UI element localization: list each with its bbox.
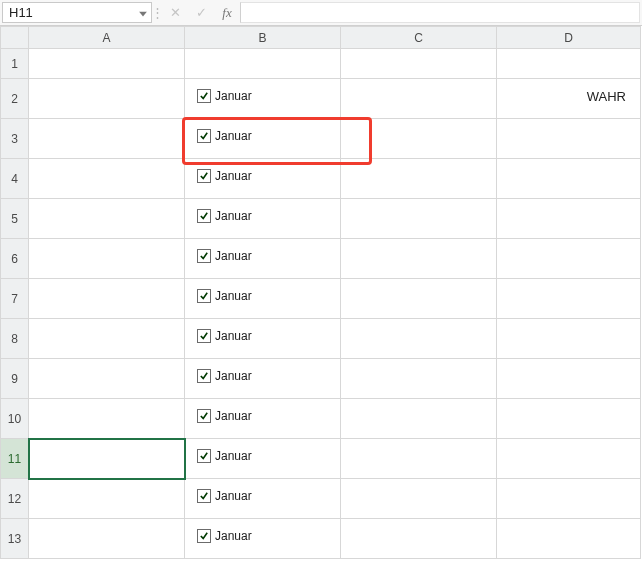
col-header-a[interactable]: A: [29, 27, 185, 49]
cell-B9[interactable]: Januar: [185, 359, 341, 399]
fx-button[interactable]: fx: [214, 0, 240, 25]
cell-B13[interactable]: Januar: [185, 519, 341, 559]
row-header-6[interactable]: 6: [1, 239, 29, 279]
checkbox-icon[interactable]: [197, 409, 211, 423]
row-header-9[interactable]: 9: [1, 359, 29, 399]
cell-B1[interactable]: [185, 49, 341, 79]
checkbox-icon[interactable]: [197, 529, 211, 543]
cell-B2[interactable]: Januar: [185, 79, 341, 119]
cell-D5[interactable]: [497, 199, 641, 239]
row-header-12[interactable]: 12: [1, 479, 29, 519]
cell-A11[interactable]: [29, 439, 185, 479]
cell-A10[interactable]: [29, 399, 185, 439]
row-header-3[interactable]: 3: [1, 119, 29, 159]
cancel-button[interactable]: ✕: [162, 0, 188, 25]
row-header-1[interactable]: 1: [1, 49, 29, 79]
select-all-corner[interactable]: [1, 27, 29, 49]
cell-D10[interactable]: [497, 399, 641, 439]
checkbox-januar-10[interactable]: Januar: [197, 409, 252, 423]
enter-button[interactable]: ✓: [188, 0, 214, 25]
cell-D11[interactable]: [497, 439, 641, 479]
cell-C3[interactable]: [341, 119, 497, 159]
cell-C1[interactable]: [341, 49, 497, 79]
col-header-b[interactable]: B: [185, 27, 341, 49]
checkbox-januar-13[interactable]: Januar: [197, 529, 252, 543]
cell-A1[interactable]: [29, 49, 185, 79]
checkbox-januar-12[interactable]: Januar: [197, 489, 252, 503]
checkbox-icon[interactable]: [197, 89, 211, 103]
cell-D6[interactable]: [497, 239, 641, 279]
cell-A6[interactable]: [29, 239, 185, 279]
cell-C5[interactable]: [341, 199, 497, 239]
cell-D2[interactable]: WAHR: [497, 79, 641, 119]
row-header-7[interactable]: 7: [1, 279, 29, 319]
row-header-4[interactable]: 4: [1, 159, 29, 199]
row-header-11[interactable]: 11: [1, 439, 29, 479]
cell-A3[interactable]: [29, 119, 185, 159]
cell-A7[interactable]: [29, 279, 185, 319]
formula-input[interactable]: [240, 2, 640, 23]
cell-A13[interactable]: [29, 519, 185, 559]
cell-A5[interactable]: [29, 199, 185, 239]
cell-D12[interactable]: [497, 479, 641, 519]
checkbox-januar-9[interactable]: Januar: [197, 369, 252, 383]
row-header-13[interactable]: 13: [1, 519, 29, 559]
cell-C10[interactable]: [341, 399, 497, 439]
checkbox-januar-4[interactable]: Januar: [197, 169, 252, 183]
checkbox-januar-2[interactable]: Januar: [197, 89, 252, 103]
checkbox-icon[interactable]: [197, 169, 211, 183]
checkbox-icon[interactable]: [197, 489, 211, 503]
checkbox-januar-11[interactable]: Januar: [197, 449, 252, 463]
cell-C11[interactable]: [341, 439, 497, 479]
cell-B4[interactable]: Januar: [185, 159, 341, 199]
row-header-8[interactable]: 8: [1, 319, 29, 359]
cell-B6[interactable]: Januar: [185, 239, 341, 279]
checkbox-januar-6[interactable]: Januar: [197, 249, 252, 263]
cell-D1[interactable]: [497, 49, 641, 79]
checkbox-januar-5[interactable]: Januar: [197, 209, 252, 223]
cell-A9[interactable]: [29, 359, 185, 399]
cell-D7[interactable]: [497, 279, 641, 319]
cell-value-d2: WAHR: [587, 89, 626, 104]
cell-C12[interactable]: [341, 479, 497, 519]
name-box[interactable]: H11: [2, 2, 152, 23]
cell-D4[interactable]: [497, 159, 641, 199]
checkbox-icon[interactable]: [197, 249, 211, 263]
cell-C13[interactable]: [341, 519, 497, 559]
cell-C2[interactable]: [341, 79, 497, 119]
cell-C6[interactable]: [341, 239, 497, 279]
col-header-d[interactable]: D: [497, 27, 641, 49]
cell-A4[interactable]: [29, 159, 185, 199]
cell-A2[interactable]: [29, 79, 185, 119]
row-header-5[interactable]: 5: [1, 199, 29, 239]
cell-D13[interactable]: [497, 519, 641, 559]
checkbox-icon[interactable]: [197, 129, 211, 143]
cell-A12[interactable]: [29, 479, 185, 519]
col-header-c[interactable]: C: [341, 27, 497, 49]
cell-B12[interactable]: Januar: [185, 479, 341, 519]
cell-C8[interactable]: [341, 319, 497, 359]
checkbox-icon[interactable]: [197, 369, 211, 383]
row-header-10[interactable]: 10: [1, 399, 29, 439]
cell-C4[interactable]: [341, 159, 497, 199]
cell-B10[interactable]: Januar: [185, 399, 341, 439]
checkbox-icon[interactable]: [197, 449, 211, 463]
cell-B11[interactable]: Januar: [185, 439, 341, 479]
checkbox-januar-3[interactable]: Januar: [197, 129, 252, 143]
cell-D9[interactable]: [497, 359, 641, 399]
cell-C9[interactable]: [341, 359, 497, 399]
checkbox-januar-8[interactable]: Januar: [197, 329, 252, 343]
cell-B5[interactable]: Januar: [185, 199, 341, 239]
row-header-2[interactable]: 2: [1, 79, 29, 119]
cell-B7[interactable]: Januar: [185, 279, 341, 319]
checkbox-icon[interactable]: [197, 289, 211, 303]
cell-B8[interactable]: Januar: [185, 319, 341, 359]
checkbox-januar-7[interactable]: Januar: [197, 289, 252, 303]
cell-B3[interactable]: Januar: [185, 119, 341, 159]
cell-A8[interactable]: [29, 319, 185, 359]
checkbox-icon[interactable]: [197, 329, 211, 343]
checkbox-icon[interactable]: [197, 209, 211, 223]
cell-D8[interactable]: [497, 319, 641, 359]
cell-C7[interactable]: [341, 279, 497, 319]
cell-D3[interactable]: [497, 119, 641, 159]
